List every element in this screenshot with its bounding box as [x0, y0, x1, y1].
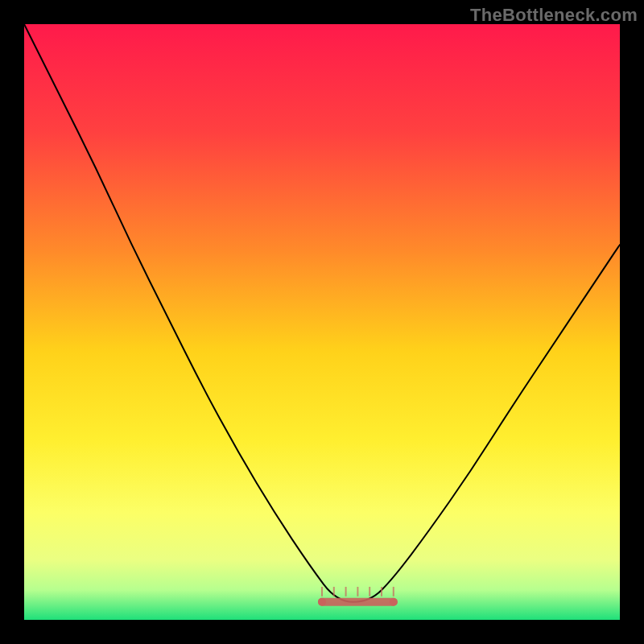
bottleneck-chart [24, 24, 620, 620]
optimal-zone-end-dot [390, 598, 398, 606]
optimal-zone-start-dot [318, 598, 326, 606]
chart-frame: { "watermark": "TheBottleneck.com", "cha… [0, 0, 644, 644]
watermark-text: TheBottleneck.com [470, 5, 638, 26]
chart-background [24, 24, 620, 620]
